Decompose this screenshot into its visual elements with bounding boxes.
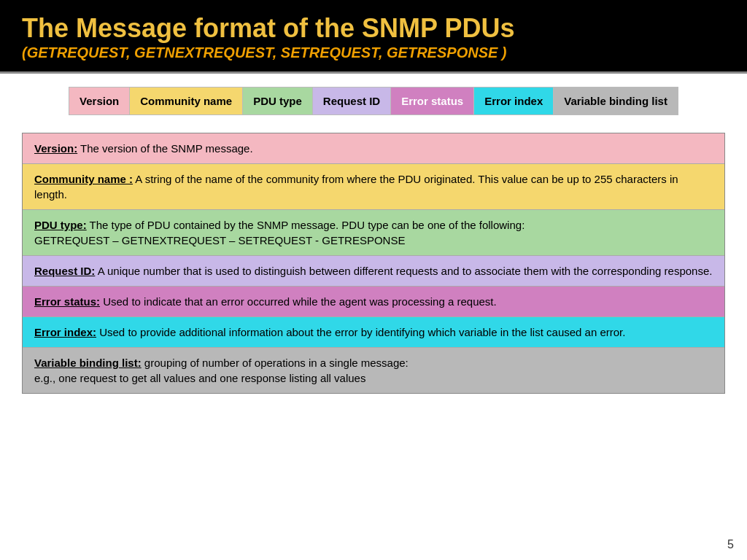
field-cell-request-id: Request ID [313, 88, 391, 114]
desc-label: Community name : [34, 173, 133, 185]
field-cell-variable-binding-list: Variable binding list [554, 88, 678, 114]
desc-row-community-name-: Community name : A string of the name of… [23, 164, 724, 210]
page-number: 5 [727, 538, 734, 551]
page-subtitle: (GETREQUEST, GETNEXTREQUEST, SETREQUEST,… [22, 44, 725, 61]
desc-label: Request ID: [34, 265, 95, 277]
description-rows: Version: The version of the SNMP message… [22, 133, 725, 394]
desc-row-pdu-type-: PDU type: The type of PDU contained by t… [23, 210, 724, 256]
desc-label: Error index: [34, 326, 96, 338]
desc-row-variable-binding-list-: Variable binding list: grouping of numbe… [23, 348, 724, 393]
desc-label: Variable binding list: [34, 357, 142, 369]
desc-label: PDU type: [34, 219, 87, 231]
desc-label: Version: [34, 142, 77, 155]
desc-row-error-index-: Error index: Used to provide additional … [23, 317, 724, 348]
main-content: VersionCommunity namePDU typeRequest IDE… [0, 74, 747, 560]
field-cell-pdu-type: PDU type [243, 88, 313, 114]
desc-row-version-: Version: The version of the SNMP message… [23, 133, 724, 164]
desc-row-error-status-: Error status: Used to indicate that an e… [23, 287, 724, 317]
field-cell-version: Version [69, 88, 130, 114]
page-title: The Message format of the SNMP PDUs [22, 13, 725, 43]
desc-row-request-id-: Request ID: A unique number that is used… [23, 256, 724, 287]
field-cell-community-name: Community name [130, 88, 243, 114]
desc-text: The type of PDU contained by the SNMP me… [34, 219, 525, 246]
field-cell-error-status: Error status [391, 88, 474, 114]
desc-label: Error status: [34, 295, 100, 308]
desc-text: The version of the SNMP message. [77, 142, 252, 155]
desc-text: Used to indicate that an error occurred … [100, 295, 497, 308]
desc-text: Used to provide additional information a… [96, 326, 625, 338]
fields-row: VersionCommunity namePDU typeRequest IDE… [69, 87, 678, 115]
header: The Message format of the SNMP PDUs (GET… [0, 0, 747, 71]
field-cell-error-index: Error index [474, 88, 554, 114]
desc-text: A unique number that is used to distingu… [95, 265, 712, 277]
